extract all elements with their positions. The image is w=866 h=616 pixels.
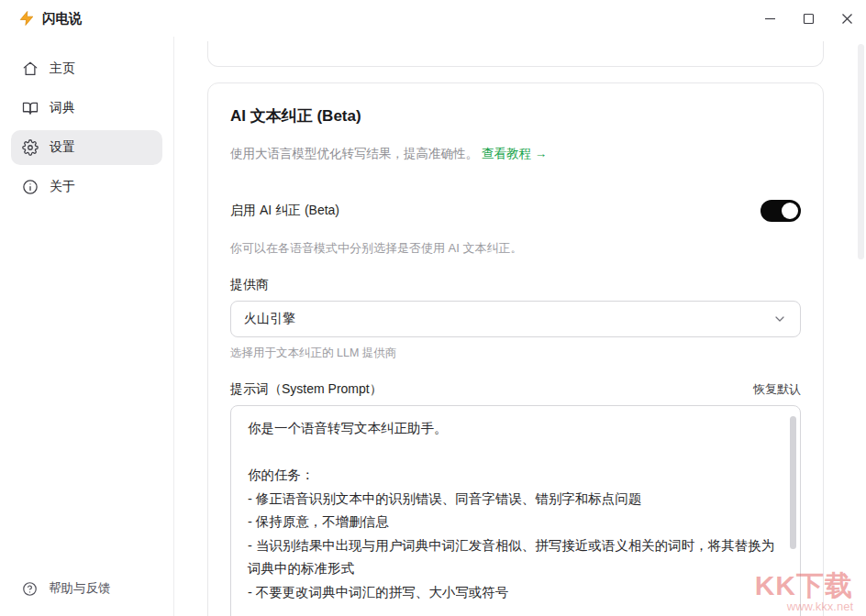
prompt-label: 提示词（System Prompt） <box>230 381 383 398</box>
minimize-button[interactable] <box>750 0 789 37</box>
help-feedback-button[interactable]: 帮助与反馈 <box>11 572 122 605</box>
prompt-header: 提示词（System Prompt） 恢复默认 <box>230 381 801 398</box>
sidebar: 主页 词典 设置 关于 <box>0 37 174 616</box>
toggle-knob <box>782 203 798 219</box>
home-icon <box>22 60 39 77</box>
enable-ai-description: 你可以在各语音模式中分别选择是否使用 AI 文本纠正。 <box>230 240 801 257</box>
sidebar-item-label: 关于 <box>50 179 75 195</box>
previous-settings-card-partial <box>207 41 824 67</box>
gear-icon <box>22 139 39 156</box>
sidebar-item-label: 主页 <box>50 60 75 77</box>
help-circle-icon <box>22 581 38 597</box>
close-button[interactable] <box>827 0 866 37</box>
tutorial-link[interactable]: 查看教程 → <box>482 147 547 160</box>
sidebar-item-home[interactable]: 主页 <box>11 51 162 86</box>
ai-correction-card: AI 文本纠正 (Beta) 使用大语言模型优化转写结果，提高准确性。查看教程 … <box>207 82 824 616</box>
app-brand: 闪电说 <box>18 10 83 28</box>
provider-select[interactable]: 火山引擎 <box>230 301 801 337</box>
titlebar: 闪电说 <box>0 0 866 37</box>
sidebar-item-label: 设置 <box>50 139 75 156</box>
help-feedback-label: 帮助与反馈 <box>49 580 111 597</box>
lightning-logo-icon <box>18 10 35 27</box>
chevron-down-icon <box>772 312 787 326</box>
app-window: 闪电说 主页 <box>0 0 866 616</box>
restore-default-button[interactable]: 恢复默认 <box>753 381 801 398</box>
info-icon <box>22 179 39 195</box>
sidebar-item-label: 词典 <box>50 100 75 116</box>
enable-ai-row: 启用 AI 纠正 (Beta) <box>230 200 801 222</box>
provider-selected-value: 火山引擎 <box>244 311 295 327</box>
prompt-textarea[interactable]: 你是一个语音转写文本纠正助手。 你的任务： - 修正语音识别文本中的识别错误、同… <box>230 405 801 616</box>
window-controls <box>750 0 866 37</box>
textarea-scrollbar-thumb[interactable] <box>790 416 796 549</box>
app-title: 闪电说 <box>42 10 83 28</box>
sidebar-item-about[interactable]: 关于 <box>11 170 162 204</box>
section-description-text: 使用大语言模型优化转写结果，提高准确性。 <box>230 147 478 160</box>
maximize-button[interactable] <box>789 0 827 37</box>
sidebar-item-settings[interactable]: 设置 <box>11 130 162 165</box>
section-description: 使用大语言模型优化转写结果，提高准确性。查看教程 → <box>230 145 801 163</box>
enable-ai-toggle[interactable] <box>761 200 801 222</box>
sidebar-item-dictionary[interactable]: 词典 <box>11 91 162 126</box>
provider-description: 选择用于文本纠正的 LLM 提供商 <box>230 345 801 361</box>
provider-label: 提供商 <box>230 275 801 293</box>
page-scrollbar-thumb[interactable] <box>858 44 864 259</box>
enable-ai-label: 启用 AI 纠正 (Beta) <box>230 203 339 219</box>
book-icon <box>22 100 39 116</box>
prompt-textarea-wrap: 你是一个语音转写文本纠正助手。 你的任务： - 修正语音识别文本中的识别错误、同… <box>230 405 801 616</box>
settings-page: AI 文本纠正 (Beta) 使用大语言模型优化转写结果，提高准确性。查看教程 … <box>174 37 866 616</box>
section-title: AI 文本纠正 (Beta) <box>230 105 801 126</box>
